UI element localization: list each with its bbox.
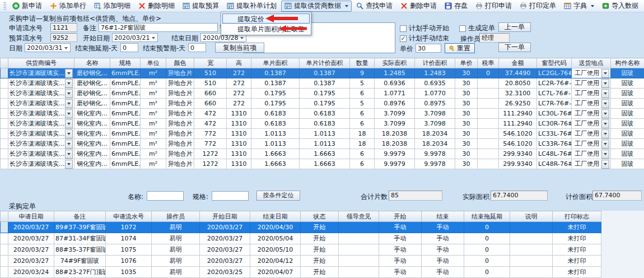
table-row[interactable]: 2020/03/2789#37-39F窗固玻1072易明2020/03/2720… [1, 222, 601, 233]
cell[interactable]: 299.9340 [499, 149, 537, 159]
cell[interactable]: 手动 [422, 256, 464, 267]
unit-price-field[interactable]: 30 [416, 44, 441, 53]
row-selector[interactable] [1, 139, 8, 149]
row-selector[interactable] [1, 89, 8, 99]
cell-dropdown-button[interactable] [601, 109, 609, 118]
table-row[interactable]: 2020/03/2774#9F窗固玻1076易明2020/03/272020/0… [1, 256, 601, 267]
cell[interactable]: 手动 [422, 233, 464, 244]
row-selector[interactable] [1, 233, 8, 244]
cell[interactable]: 1310 [227, 159, 251, 169]
cell[interactable]: 1.6663 [300, 149, 350, 159]
row-selector[interactable] [1, 222, 8, 233]
cell[interactable]: 18.2038 [375, 129, 415, 139]
cell[interactable]: 272 [227, 89, 251, 99]
checkbox-generate-order[interactable]: 生成定单 [459, 24, 495, 33]
column-header[interactable]: 备注 [54, 211, 106, 222]
cell[interactable]: 异地合片 [166, 159, 194, 169]
toolbar-button-4[interactable]: 删除明细 [135, 1, 178, 12]
cell[interactable]: 1272 [194, 159, 227, 169]
cell[interactable]: 20.8050 [499, 78, 537, 89]
cell[interactable]: 磨砂钢化... [74, 99, 110, 109]
cell[interactable]: 异地合片 [166, 139, 194, 149]
cell[interactable]: 工厂使用 [572, 68, 611, 78]
column-header[interactable]: 打印标志 [553, 211, 601, 222]
column-header[interactable]: 实际面积 [375, 58, 415, 68]
toolbar-button-9[interactable]: 删除申请 [397, 1, 440, 12]
table-row[interactable]: 2020/03/2788#35-37F窗固玻1075易明2020/03/2720… [1, 244, 601, 256]
cell[interactable] [478, 149, 499, 159]
row-selector[interactable] [1, 244, 8, 256]
cell[interactable]: 2020/05/10 [250, 244, 301, 256]
table-row[interactable]: 长沙市潇湘玻璃实...磨砂钢化...6mmPLE...m²异地合片5102720… [1, 68, 644, 78]
cell[interactable]: 0.1795 [251, 89, 300, 99]
cell[interactable]: 9.9979 [375, 149, 415, 159]
table-row[interactable]: 长沙市潇湘玻璃实...磨砂钢化...6mmPLE...m²异地合片6602720… [1, 99, 644, 109]
cell-dropdown-button[interactable] [601, 79, 609, 88]
column-header[interactable]: 说明 [510, 211, 553, 222]
cell[interactable]: 易明 [152, 222, 200, 233]
cell[interactable]: 长沙市潇湘玻璃实... [8, 78, 74, 89]
cell[interactable]: 6 [350, 149, 375, 159]
cell[interactable]: 5 [350, 99, 375, 109]
cell[interactable]: LC2R-76#-1F [537, 78, 572, 89]
cell[interactable]: 0.6183 [251, 109, 300, 119]
toolbar-button-13[interactable]: 字典 [561, 1, 598, 12]
budget-field[interactable]: 9252 [50, 33, 77, 42]
toolbar-button-6[interactable]: 提取补单计划 [223, 1, 280, 12]
cell-dropdown-button[interactable] [65, 129, 73, 138]
cell[interactable]: 6 [350, 159, 375, 169]
cell[interactable]: 6mmPLE... [110, 139, 141, 149]
toolbar-button-7[interactable]: 提取供货商数据 [281, 1, 352, 12]
cell[interactable]: 0 [478, 68, 499, 78]
row-selector[interactable] [1, 119, 8, 129]
cell[interactable]: 1.0113 [251, 129, 300, 139]
prev-order-button[interactable]: 上一单 [498, 22, 531, 32]
cell[interactable]: 30 [455, 78, 478, 89]
cell[interactable]: 1.0770 [415, 89, 455, 99]
cell[interactable]: 0.1387 [300, 78, 350, 89]
cell[interactable]: 长沙市潇湘玻璃实... [8, 99, 74, 109]
cell[interactable]: 0.1387 [300, 68, 350, 78]
cell[interactable]: 易明 [152, 256, 200, 267]
cell[interactable]: 32.3100 [499, 89, 537, 99]
cell[interactable] [339, 244, 379, 256]
spec-filter-input[interactable] [212, 191, 249, 201]
cell[interactable]: 18.2034 [415, 129, 455, 139]
cell[interactable]: 1.6663 [300, 159, 350, 169]
cell[interactable]: 固玻 [611, 68, 644, 78]
cell[interactable]: 固玻 [611, 119, 644, 129]
column-header[interactable]: 颜色 [166, 58, 194, 68]
cell[interactable]: 1310 [227, 119, 251, 129]
cell[interactable]: LC7R-76#-1FO [537, 99, 572, 109]
cell[interactable]: 0 [464, 233, 510, 244]
column-header[interactable]: 结束拖延期 [464, 211, 510, 222]
toolbar-button-3[interactable]: 添加明细 [91, 1, 134, 12]
delay-field[interactable]: 0 [120, 43, 138, 52]
cell-dropdown-button[interactable] [601, 129, 609, 138]
table-row[interactable]: 长沙市潇湘玻璃实...钢化室内...6mmPLE...m²异地合片1272131… [1, 159, 644, 169]
cell-dropdown-button[interactable] [65, 89, 73, 98]
cell-dropdown-button[interactable] [65, 79, 73, 88]
cell[interactable]: 固玻 [611, 78, 644, 89]
cell[interactable]: 1.0113 [300, 129, 350, 139]
cell[interactable]: 2020/03/27 [200, 256, 250, 267]
cell[interactable]: m² [141, 109, 166, 119]
column-header[interactable]: 数量 [350, 58, 375, 68]
cell[interactable]: 37.4490 [499, 68, 537, 78]
cell[interactable]: m² [141, 129, 166, 139]
cell[interactable]: 异地合片 [166, 78, 194, 89]
cell[interactable]: 272 [227, 78, 251, 89]
cell[interactable]: 异地合片 [166, 109, 194, 119]
cell[interactable]: 钢化室内... [74, 159, 110, 169]
column-header[interactable]: 领导意见 [339, 211, 379, 222]
cell[interactable]: 2020/03/27 [200, 222, 250, 233]
cell[interactable]: 2020/05/04 [250, 233, 301, 244]
cell[interactable]: 手动 [379, 267, 422, 278]
cell[interactable]: 0.6935 [415, 78, 455, 89]
cell[interactable]: 30 [455, 109, 478, 119]
cell[interactable]: 1.0113 [300, 139, 350, 149]
cell[interactable] [478, 159, 499, 169]
cell[interactable]: 0 [464, 267, 510, 278]
cell[interactable]: 0 [464, 244, 510, 256]
column-header[interactable]: 申请流水号 [106, 211, 152, 222]
